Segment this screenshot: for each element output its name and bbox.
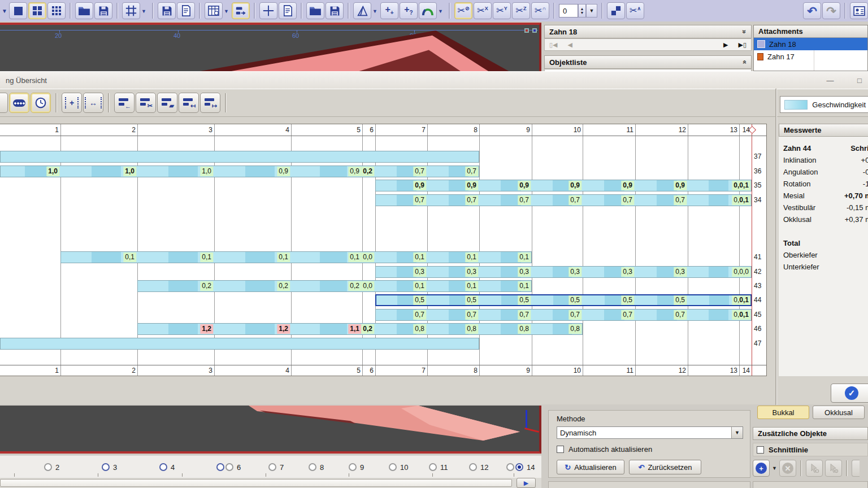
combobox-caret-icon[interactable]: ▼: [731, 427, 743, 438]
partial-left-icon[interactable]: [0, 93, 8, 113]
step-back-icon[interactable]: ◀: [568, 41, 572, 49]
document-arch-icon[interactable]: [279, 2, 297, 19]
objektliste-panel-header[interactable]: Objektliste »: [544, 55, 752, 69]
scrollbar-thumb[interactable]: [0, 479, 512, 487]
add-cutline-button[interactable]: +: [753, 460, 770, 477]
attachment-list-item[interactable]: Zahn 17: [754, 50, 867, 63]
partial-right-button[interactable]: [852, 460, 860, 477]
step-radio-unlabeled[interactable]: [216, 463, 224, 471]
toolbar-overflow-caret[interactable]: ▼: [1, 8, 8, 14]
step-move-icon[interactable]: ←: [114, 93, 134, 113]
undo-icon[interactable]: ↶: [803, 2, 821, 19]
dropdown-caret-icon[interactable]: ▼: [372, 8, 377, 14]
skip-to-start-icon[interactable]: ▯◀: [549, 41, 558, 49]
denture-view-icon[interactable]: [9, 93, 29, 113]
prism-icon[interactable]: ▼: [353, 2, 371, 19]
export-document-icon[interactable]: [177, 2, 195, 19]
view-grid-icon[interactable]: [47, 2, 66, 19]
schnittlinie-checkbox[interactable]: [757, 446, 764, 454]
viewport-3d-bottom[interactable]: [0, 406, 541, 454]
step-bar-tooth-44[interactable]: [375, 294, 752, 306]
cut-arch-icon[interactable]: ✂∩: [531, 2, 549, 19]
time-view-icon[interactable]: [31, 93, 51, 113]
step-bar-tooth-34[interactable]: [375, 194, 752, 206]
step-shift-left-icon[interactable]: ↤: [179, 93, 199, 113]
maximize-button[interactable]: □: [852, 75, 867, 85]
delete-cutline-button[interactable]: ✕: [779, 460, 796, 477]
save-view-icon[interactable]: [158, 2, 176, 19]
view-single-icon[interactable]: [9, 2, 27, 19]
ok-button[interactable]: ✓: [831, 384, 868, 403]
chevron-double-down-icon[interactable]: »: [741, 30, 749, 34]
attachment-list-item[interactable]: Zahn 18: [754, 38, 867, 50]
fit-steps-icon[interactable]: ↔: [83, 93, 103, 113]
checker-icon[interactable]: [607, 2, 625, 19]
cut-model-icon[interactable]: ✂∧: [626, 2, 644, 19]
dropdown-caret-icon[interactable]: ▼: [141, 8, 146, 14]
open-folder-icon[interactable]: [75, 2, 93, 19]
step-radio-14[interactable]: [515, 463, 523, 471]
panel-splitter[interactable]: [775, 89, 777, 405]
step-bar-tooth-37[interactable]: [0, 151, 479, 163]
step-radio-12[interactable]: [469, 463, 477, 471]
patient-card-icon[interactable]: [850, 2, 868, 19]
save-arch-icon[interactable]: [326, 2, 344, 19]
arch-wire-icon[interactable]: ▼: [419, 2, 437, 19]
redo-icon[interactable]: ↷: [822, 2, 840, 19]
skip-to-end-icon[interactable]: ▶▯: [738, 41, 747, 49]
insert-step-icon[interactable]: +: [62, 93, 82, 113]
step-radio-10[interactable]: [389, 463, 397, 471]
play-step-button[interactable]: ▶: [517, 478, 536, 488]
add-query-icon[interactable]: +?: [400, 2, 418, 19]
step-radio-11[interactable]: [429, 463, 437, 471]
methode-combobox[interactable]: Dynamisch ▼: [557, 426, 743, 439]
cut-disable-icon[interactable]: ✂⊘: [454, 2, 472, 19]
step-radio-9[interactable]: [349, 463, 357, 471]
step-spinner[interactable]: 0▲▼▼: [559, 3, 597, 18]
view-quad-icon[interactable]: [28, 2, 46, 19]
cut-z-icon[interactable]: ✂Z: [512, 2, 530, 19]
cursor-add-button[interactable]: [806, 460, 823, 477]
bukkal-button[interactable]: Bukkal: [757, 406, 809, 419]
treatment-steps-chart[interactable]: 1122334455667788991010111112121313141437…: [0, 124, 767, 376]
add-points-icon[interactable]: ++: [380, 2, 398, 19]
play-icon[interactable]: ▶: [723, 41, 728, 49]
step-bar-tooth-36[interactable]: [0, 165, 479, 177]
stereo-glasses-icon[interactable]: [524, 27, 537, 34]
update-button[interactable]: ↻ Aktualisieren: [557, 460, 624, 474]
dropdown-caret-icon[interactable]: ▼: [438, 8, 443, 14]
cursor-remove-button[interactable]: [825, 460, 842, 477]
spinner-dropdown-icon[interactable]: ▼: [586, 4, 597, 18]
step-radio-8[interactable]: [309, 463, 316, 471]
tooth-table-icon[interactable]: ▼: [205, 2, 223, 19]
timeline-scrollbar[interactable]: ▶: [0, 478, 541, 488]
step-bar-tooth-42[interactable]: [375, 266, 752, 278]
step-erase-icon[interactable]: ▰: [157, 93, 177, 113]
cut-x-icon[interactable]: ✂X: [474, 2, 492, 19]
panel-layout-icon[interactable]: [232, 2, 250, 19]
zahn-panel-header[interactable]: Zahn 18 »: [544, 25, 752, 38]
add-cutline-caret-icon[interactable]: ▼: [772, 465, 777, 471]
chevron-double-up-icon[interactable]: »: [741, 60, 749, 64]
step-spinner-value[interactable]: 0: [559, 4, 578, 18]
viewport-3d-top[interactable]: 20406080 mm: [0, 23, 541, 71]
step-radio-6[interactable]: [225, 463, 233, 471]
step-bar-tooth-45[interactable]: [375, 309, 752, 321]
reset-button[interactable]: ↶ Zurücksetzen: [629, 460, 701, 474]
step-shift-right-icon[interactable]: ↦: [200, 93, 220, 113]
step-radio-3[interactable]: [102, 463, 110, 471]
step-cut-icon[interactable]: ✂: [136, 93, 156, 113]
step-bar-tooth-47[interactable]: [0, 338, 479, 350]
spinner-arrows-icon[interactable]: ▲▼: [578, 4, 586, 18]
step-bar-tooth-35[interactable]: [375, 180, 752, 191]
step-radio-unlabeled[interactable]: [506, 463, 514, 471]
crop-frame-icon[interactable]: ▼: [122, 2, 140, 19]
minimize-button[interactable]: —: [823, 75, 837, 85]
okklusal-button[interactable]: Okklusal: [813, 406, 865, 419]
step-radio-7[interactable]: [268, 463, 276, 471]
step-radio-4[interactable]: [159, 463, 167, 471]
save-icon[interactable]: [94, 2, 112, 19]
overview-titlebar[interactable]: ng Übersicht: [0, 72, 868, 89]
auto-update-checkbox[interactable]: [557, 446, 564, 453]
dropdown-caret-icon[interactable]: ▼: [224, 8, 229, 14]
